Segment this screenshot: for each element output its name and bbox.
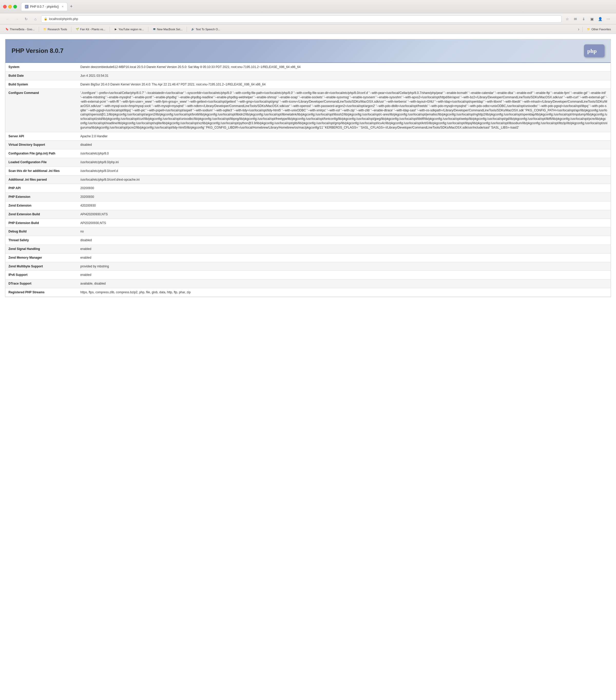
reload-button[interactable]: ↻ xyxy=(23,15,30,23)
table-cell-label: Server API xyxy=(5,132,77,141)
more-icon[interactable]: ⋯ xyxy=(605,15,612,23)
table-cell-value: API420200930,NTS xyxy=(77,210,611,218)
star-icon[interactable]: ☆ xyxy=(564,15,571,23)
bookmark-other-favorites[interactable]: 📁 Other Favorites xyxy=(585,26,613,32)
tab-favicon: P xyxy=(25,5,28,9)
table-cell-value: enabled xyxy=(77,253,611,262)
table-cell-value: Darwin BigSur 20.4.0 Darwin Kernel Versi… xyxy=(77,80,611,89)
bookmarks-more-button[interactable]: › xyxy=(577,27,580,32)
close-button[interactable] xyxy=(3,5,7,9)
security-icon: 🔒 xyxy=(44,17,48,21)
table-cell-label: System xyxy=(5,63,77,71)
bookmark-themebeta[interactable]: 🔖 ThemeBeta - Goo... xyxy=(3,26,37,32)
svg-text:P: P xyxy=(26,5,27,8)
svg-text:php: php xyxy=(587,48,597,54)
bookmark-youtube-label: YouTube region re... xyxy=(119,28,144,31)
table-row: IPv6 Supportenabled xyxy=(5,271,611,279)
bookmark-fan-kit-label: Fan Kit - Plants vs... xyxy=(80,28,105,31)
php-header: PHP Version 8.0.7 php xyxy=(5,39,611,63)
minimize-button[interactable] xyxy=(8,5,12,9)
table-cell-label: Zend Extension Build xyxy=(5,210,77,218)
active-tab[interactable]: P PHP 8.0.7 - phpinfo() ✕ xyxy=(21,2,67,11)
navbar: ← → ↻ ⌂ 🔒 localhost/phpinfo.php ☆ ✉ ⇓ ▣ … xyxy=(0,13,616,25)
table-cell-value: Apache 2.0 Handler xyxy=(77,132,611,141)
table-cell-value: /usr/local/etc/php/8.0/conf.d xyxy=(77,166,611,175)
bookmark-tts-label: Text To Speech O... xyxy=(196,28,220,31)
table-row: Loaded Configuration File/usr/local/etc/… xyxy=(5,158,611,166)
bookmark-fan-kit-icon: 🌱 xyxy=(75,27,79,31)
tab-title: PHP 8.0.7 - phpinfo() xyxy=(30,5,59,9)
table-cell-label: Zend Memory Manager xyxy=(5,253,77,262)
table-row: Build SystemDarwin BigSur 20.4.0 Darwin … xyxy=(5,80,611,89)
php-info-table: SystemDarwin deezombiedude612-MBP16.loca… xyxy=(5,63,611,297)
table-cell-label: PHP Extension Build xyxy=(5,218,77,227)
table-cell-label: PHP API xyxy=(5,184,77,193)
table-cell-label: Debug Build xyxy=(5,227,77,236)
table-row: Configure Command'./configure' '--prefix… xyxy=(5,89,611,132)
other-favorites-icon: 📁 xyxy=(587,27,590,31)
table-cell-value: available, disabled xyxy=(77,279,611,288)
table-row: Registered PHP Streamshttps, ftps, compr… xyxy=(5,288,611,297)
table-cell-value: './configure' '--prefix=/usr/local/Cella… xyxy=(77,89,611,132)
other-favorites-label: Other Favorites xyxy=(591,28,611,31)
bookmark-separator-3 xyxy=(110,27,110,32)
table-cell-value: disabled xyxy=(77,236,611,245)
table-cell-label: Zend Signal Handling xyxy=(5,245,77,253)
bookmark-research-tools[interactable]: 📁 Research Tools xyxy=(41,26,69,32)
bookmark-macbook[interactable]: 💻 New MacBook Set... xyxy=(150,26,185,32)
table-cell-value: /usr/local/etc/php/8.0/conf.d/ext-opcach… xyxy=(77,175,611,184)
maximize-button[interactable] xyxy=(13,5,17,9)
nav-icons: ☆ ✉ ⇓ ▣ 👤 ⋯ xyxy=(564,15,612,23)
traffic-lights xyxy=(3,5,17,9)
table-cell-value: /usr/local/etc/php/8.0/php.ini xyxy=(77,158,611,166)
table-cell-label: Configure Command xyxy=(5,89,77,132)
bookmark-tts[interactable]: 🔊 Text To Speech O... xyxy=(189,26,222,32)
folder-icon: 📁 xyxy=(43,27,47,31)
table-cell-label: Build Date xyxy=(5,71,77,80)
table-cell-value: 20200930 xyxy=(77,193,611,201)
content-area: PHP Version 8.0.7 php SystemDarwin deezo… xyxy=(0,34,616,700)
url-text: localhost/phpinfo.php xyxy=(49,17,78,21)
table-row: Thread Safetydisabled xyxy=(5,236,611,245)
table-row: PHP Extension BuildAPI20200930,NTS xyxy=(5,218,611,227)
tab-close-button[interactable]: ✕ xyxy=(62,5,64,8)
bookmark-youtube-icon: ▶ xyxy=(114,27,118,31)
php-logo: php xyxy=(584,45,604,57)
bookmark-fan-kit[interactable]: 🌱 Fan Kit - Plants vs... xyxy=(73,26,107,32)
table-cell-label: Zend Multibyte Support xyxy=(5,262,77,271)
bookmark-tts-icon: 🔊 xyxy=(191,27,195,31)
table-cell-label: Scan this dir for additional .ini files xyxy=(5,166,77,175)
php-info-container: PHP Version 8.0.7 php SystemDarwin deezo… xyxy=(5,39,611,297)
table-cell-value: 20200930 xyxy=(77,184,611,193)
bookmark-macbook-label: New MacBook Set... xyxy=(157,28,183,31)
bookmark-macbook-icon: 💻 xyxy=(152,27,156,31)
bookmark-icon[interactable]: ✉ xyxy=(572,15,579,23)
download-icon[interactable]: ⇓ xyxy=(580,15,587,23)
back-button[interactable]: ← xyxy=(4,15,11,23)
table-cell-label: IPv6 Support xyxy=(5,271,77,279)
table-row: Additional .ini files parsed/usr/local/e… xyxy=(5,175,611,184)
bookmark-research-tools-label: Research Tools xyxy=(48,28,67,31)
table-cell-label: Zend Extension xyxy=(5,201,77,210)
forward-button[interactable]: → xyxy=(13,15,21,23)
table-cell-label: Build System xyxy=(5,80,77,89)
address-bar[interactable]: 🔒 localhost/phpinfo.php xyxy=(41,15,562,23)
table-cell-value: Jun 4 2021 03:54:31 xyxy=(77,71,611,80)
new-tab-button[interactable]: + xyxy=(69,4,74,9)
table-cell-label: PHP Extension xyxy=(5,193,77,201)
tab-bar: P PHP 8.0.7 - phpinfo() ✕ + xyxy=(21,2,613,11)
table-row: Configuration File (php.ini) Path/usr/lo… xyxy=(5,149,611,158)
table-row: SystemDarwin deezombiedude612-MBP16.loca… xyxy=(5,63,611,71)
extensions-icon[interactable]: ▣ xyxy=(588,15,595,23)
bookmark-youtube[interactable]: ▶ YouTube region re... xyxy=(112,26,146,32)
table-cell-label: Thread Safety xyxy=(5,236,77,245)
table-cell-value: provided by mbstring xyxy=(77,262,611,271)
table-cell-label: DTrace Support xyxy=(5,279,77,288)
bookmark-themebeta-icon: 🔖 xyxy=(5,27,9,31)
bookmark-separator-6 xyxy=(582,27,583,32)
table-cell-label: Loaded Configuration File xyxy=(5,158,77,166)
table-row: PHP API20200930 xyxy=(5,184,611,193)
table-cell-value: https, ftps, compress.zlib, compress.bzi… xyxy=(77,288,611,297)
profile-icon[interactable]: 👤 xyxy=(596,15,604,23)
home-button[interactable]: ⌂ xyxy=(32,15,39,23)
